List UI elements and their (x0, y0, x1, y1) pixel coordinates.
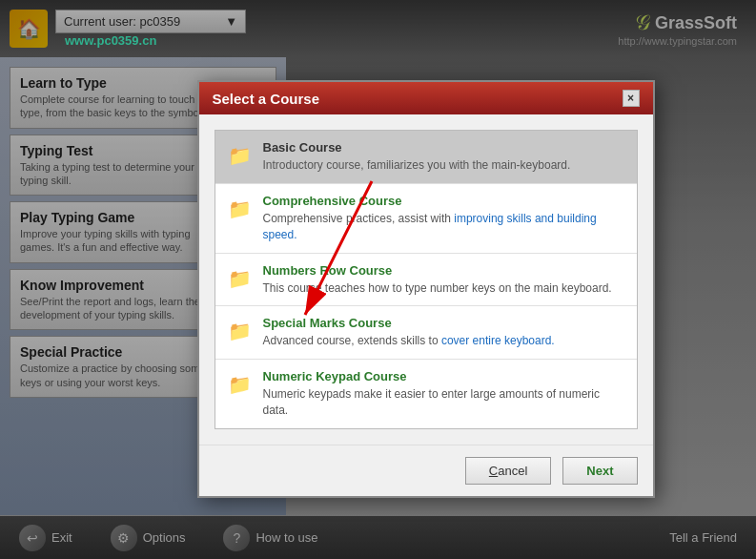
modal-close-button[interactable]: × (623, 90, 640, 107)
next-button[interactable]: Next (562, 457, 637, 485)
course-info-numeric: Numeric Keypad Course Numeric keypads ma… (263, 369, 625, 419)
course-folder-icon-basic: 📁 (227, 142, 254, 169)
course-desc-basic: Introductory course, familiarizes you wi… (263, 157, 571, 174)
course-desc-special: Advanced course, extends skills to cover… (263, 333, 555, 349)
modal-footer: Cancel Next (199, 445, 653, 496)
modal-title-bar: Select a Course × (199, 82, 653, 114)
course-desc-comprehensive: Comprehensive practices, assist with imp… (263, 211, 625, 243)
select-course-modal: Select a Course × 📁 Basic Course Int (197, 80, 655, 498)
course-folder-icon-special: 📁 (227, 318, 254, 344)
course-item-special-marks[interactable]: 📁 Special Marks Course Advanced course, … (215, 306, 637, 360)
course-item-numeric[interactable]: 📁 Numeric Keypad Course Numeric keypads … (215, 360, 637, 428)
course-info-special: Special Marks Course Advanced course, ex… (263, 316, 555, 349)
cancel-label: Cancel (489, 464, 527, 478)
modal-overlay: Select a Course × 📁 Basic Course Int (0, 0, 756, 559)
course-name-comprehensive: Comprehensive Course (263, 194, 625, 208)
next-label: Next (586, 464, 613, 478)
course-name-special: Special Marks Course (263, 316, 555, 330)
course-folder-icon-numbers: 📁 (227, 265, 254, 292)
course-name-basic: Basic Course (263, 140, 571, 155)
course-info-basic: Basic Course Introductory course, famili… (263, 140, 571, 174)
course-desc-numbers: This course teaches how to type number k… (263, 280, 612, 297)
course-item-comprehensive[interactable]: 📁 Comprehensive Course Comprehensive pra… (215, 184, 637, 254)
course-name-numbers: Numbers Row Course (263, 263, 612, 278)
course-desc-numeric: Numeric keypads make it easier to enter … (263, 386, 625, 419)
course-folder-icon-numeric: 📁 (227, 371, 254, 398)
course-info-numbers: Numbers Row Course This course teaches h… (263, 263, 612, 297)
course-item-basic[interactable]: 📁 Basic Course Introductory course, fami… (215, 131, 637, 184)
modal-title: Select a Course (213, 91, 320, 107)
course-name-numeric: Numeric Keypad Course (263, 369, 625, 383)
app-background: 🏠 Current user: pc0359 ▼ www.pc0359.cn 𝒢… (0, 0, 756, 559)
course-list: 📁 Basic Course Introductory course, fami… (215, 130, 638, 429)
course-item-numbers[interactable]: 📁 Numbers Row Course This course teaches… (215, 254, 637, 307)
close-icon: × (627, 92, 634, 105)
course-folder-icon-comprehensive: 📁 (227, 196, 254, 222)
modal-body: 📁 Basic Course Introductory course, fami… (199, 114, 653, 445)
cancel-button[interactable]: Cancel (465, 457, 551, 485)
course-info-comprehensive: Comprehensive Course Comprehensive pract… (263, 194, 625, 243)
